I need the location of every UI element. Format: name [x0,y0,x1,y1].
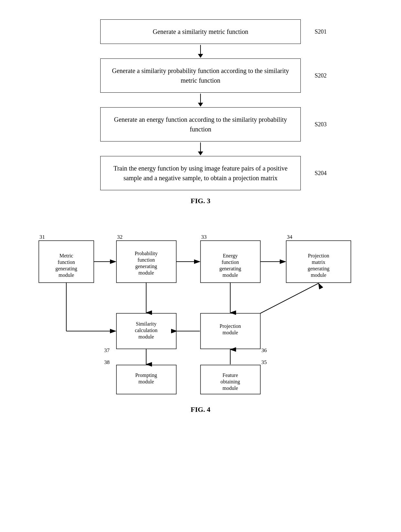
svg-text:31: 31 [39,234,45,240]
svg-text:module: module [138,334,154,339]
arrow-line-3 [200,142,201,151]
svg-text:function: function [222,259,239,265]
svg-text:Energy: Energy [223,253,238,259]
step-s201-text: Generate a similarity metric function [153,28,248,35]
svg-text:36: 36 [261,347,267,353]
svg-line-20 [260,283,319,313]
step-s202-text: Generate a similarity probability functi… [112,67,289,84]
svg-text:generating: generating [135,264,157,269]
fig3-flowchart: Generate a similarity metric function S2… [19,13,382,218]
arrow-3 [198,141,203,156]
svg-text:matrix: matrix [312,259,325,265]
arrow-line-2 [200,94,201,103]
svg-text:generating: generating [308,266,330,272]
svg-text:module: module [311,272,326,278]
svg-rect-7 [286,241,351,283]
svg-text:Feature: Feature [222,372,238,378]
fig4-svg: 31 32 33 34 37 38 36 35 Metric function … [29,231,372,399]
svg-text:module: module [138,379,154,384]
svg-text:Metric: Metric [60,253,73,258]
step-s202-label: S202 [315,72,327,79]
svg-text:obtaining: obtaining [221,379,240,385]
arrow-line-1 [200,45,201,54]
svg-text:generating: generating [219,266,241,272]
svg-text:Projection: Projection [220,323,241,329]
svg-text:function: function [58,259,75,265]
step-s203-box: Generate an energy function according to… [100,107,301,141]
step-s201-label: S201 [315,28,327,35]
step-s204-label: S204 [315,170,327,177]
svg-rect-6 [200,241,260,283]
flow-step-s203: Generate an energy function according to… [100,107,301,141]
step-s204-text: Train the energy function by using image… [114,165,287,182]
svg-text:34: 34 [287,234,293,240]
fig4-wrap: 31 32 33 34 37 38 36 35 Metric function … [29,231,372,399]
svg-text:33: 33 [201,234,207,240]
svg-text:module: module [138,270,154,276]
arrow-head-1 [198,54,203,58]
svg-text:37: 37 [104,347,110,353]
flow-step-s202: Generate a similarity probability functi… [100,58,301,93]
svg-text:Probability: Probability [135,251,157,256]
svg-text:calculation: calculation [135,328,157,333]
arrow-1 [198,44,203,58]
svg-text:module: module [222,272,238,278]
fig4-title: FIG. 4 [190,405,210,414]
svg-rect-10 [116,365,176,394]
svg-rect-5 [116,241,176,283]
flow-step-s201: Generate a similarity metric function S2… [100,19,301,44]
step-s203-label: S203 [315,121,327,128]
svg-text:Prompting: Prompting [135,372,157,378]
svg-text:function: function [137,257,155,263]
step-s202-box: Generate a similarity probability functi… [100,58,301,93]
svg-rect-11 [200,365,260,394]
svg-text:Projection: Projection [308,253,329,259]
svg-text:35: 35 [261,359,267,365]
arrow-2 [198,93,203,107]
svg-text:module: module [222,330,238,335]
step-s204-box: Train the energy function by using image… [100,156,301,190]
fig3-title: FIG. 3 [190,197,210,205]
svg-rect-9 [200,313,260,349]
svg-text:38: 38 [104,359,110,365]
svg-rect-8 [116,313,176,349]
svg-rect-4 [39,241,94,283]
svg-text:32: 32 [117,234,123,240]
arrow-head-2 [198,103,203,107]
flow-step-s204: Train the energy function by using image… [100,156,301,190]
step-s201-box: Generate a similarity metric function [100,19,301,44]
svg-text:Similarity: Similarity [136,321,157,327]
svg-text:module: module [222,385,238,391]
svg-text:generating: generating [55,266,77,272]
step-s203-text: Generate an energy function according to… [114,116,287,133]
arrow-head-3 [198,151,203,155]
fig4-diagram: 31 32 33 34 37 38 36 35 Metric function … [19,228,382,430]
svg-text:module: module [59,272,74,278]
